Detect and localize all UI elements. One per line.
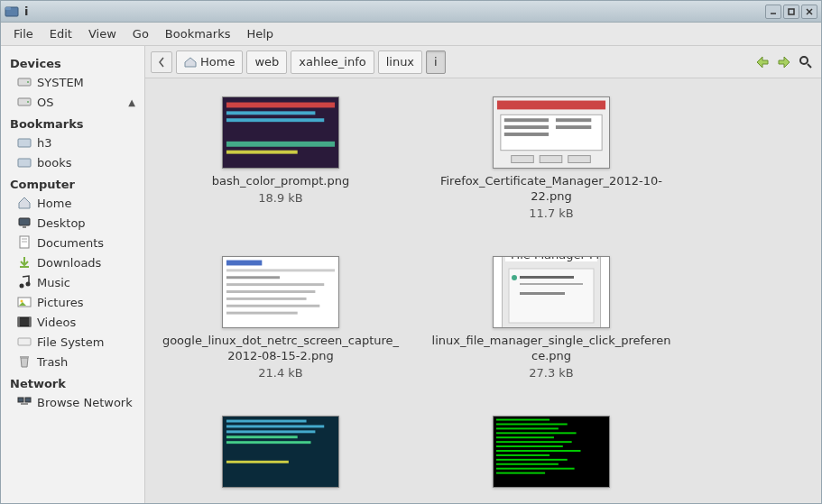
svg-rect-28 [25, 398, 31, 402]
svg-rect-81 [496, 450, 581, 452]
svg-rect-13 [23, 226, 26, 228]
sidebar-item-label: h3 [37, 136, 52, 150]
window-title: i [24, 5, 765, 18]
svg-rect-77 [496, 432, 577, 434]
eject-icon[interactable]: ▲ [128, 97, 135, 107]
thumbnail [493, 416, 610, 488]
menu-edit[interactable]: Edit [42, 23, 79, 44]
sidebar-item-h3[interactable]: h3 [1, 133, 144, 152]
sidebar-item-books[interactable]: books [1, 152, 144, 172]
maximize-button[interactable] [783, 5, 799, 19]
pictures-icon [17, 295, 32, 309]
file-grid: bash_color_prompt.png 18.9 kB Firefox_Ce… [154, 96, 812, 495]
sidebar-item-os[interactable]: OS ▲ [1, 92, 144, 112]
breadcrumb-home[interactable]: Home [176, 50, 243, 74]
file-item[interactable]: Firefox_Certificate_Manager_2012-10-22.p… [425, 96, 678, 220]
file-size: 27.3 kB [529, 366, 574, 380]
menu-file[interactable]: File [6, 23, 41, 44]
sidebar-item-trash[interactable]: Trash [1, 352, 144, 371]
sidebar-item-filesystem[interactable]: File System [1, 332, 144, 352]
sidebar-item-label: SYSTEM [37, 76, 84, 89]
sidebar-item-label: OS [37, 96, 53, 109]
svg-rect-26 [20, 356, 29, 358]
network-icon [17, 395, 32, 409]
svg-rect-70 [226, 435, 298, 438]
sidebar-item-downloads[interactable]: Downloads [1, 252, 144, 272]
back-button[interactable] [753, 52, 772, 72]
file-view[interactable]: bash_color_prompt.png 18.9 kB Firefox_Ce… [145, 78, 821, 503]
svg-rect-75 [496, 423, 568, 425]
folder-icon [17, 135, 32, 150]
forward-button[interactable] [774, 52, 794, 72]
sidebar-item-videos[interactable]: Videos [1, 312, 144, 332]
sidebar-item-label: Documents [37, 236, 104, 250]
sidebar-item-home[interactable]: Home [1, 193, 144, 213]
svg-rect-1 [5, 7, 11, 10]
svg-rect-37 [226, 151, 298, 154]
svg-rect-64 [520, 283, 583, 285]
breadcrumb-label: web [254, 55, 279, 69]
sidebar-item-pictures[interactable]: Pictures [1, 292, 144, 312]
file-name: Firefox_Certificate_Manager_2012-10-22.p… [429, 174, 673, 205]
breadcrumb-web[interactable]: web [246, 50, 287, 74]
sidebar-item-label: Desktop [37, 216, 86, 230]
sidebar-item-system[interactable]: SYSTEM [1, 72, 144, 92]
sidebar-item-documents[interactable]: Documents [1, 233, 144, 252]
downloads-icon [17, 255, 32, 270]
menu-bookmarks[interactable]: Bookmarks [158, 23, 238, 44]
svg-rect-41 [504, 118, 549, 122]
search-button[interactable] [796, 52, 816, 72]
file-item[interactable]: google_linux_dot_netrc_screen_capture_20… [154, 256, 407, 380]
svg-rect-53 [226, 283, 324, 286]
svg-rect-84 [496, 463, 559, 464]
breadcrumb-linux[interactable]: linux [378, 50, 422, 74]
svg-rect-27 [18, 398, 23, 402]
file-size: 11.7 kB [529, 206, 574, 220]
sidebar-item-label: Downloads [37, 256, 101, 270]
file-item[interactable] [425, 416, 678, 495]
sidebar-item-desktop[interactable]: Desktop [1, 213, 144, 233]
titlebar: i [1, 1, 821, 23]
svg-point-30 [800, 57, 808, 64]
svg-point-18 [20, 284, 24, 289]
svg-rect-68 [226, 425, 324, 427]
svg-rect-24 [29, 317, 31, 326]
drive-icon [17, 95, 32, 109]
svg-rect-76 [496, 427, 559, 429]
sidebar-item-label: books [37, 156, 71, 170]
file-item[interactable]: bash_color_prompt.png 18.9 kB [154, 96, 407, 220]
sidebar: Devices SYSTEM OS ▲ Bookmarks h3 books C… [1, 46, 145, 503]
drive-icon [17, 75, 32, 89]
svg-text:File Manager Preferences: File Manager Preferences [511, 256, 601, 261]
svg-rect-46 [512, 156, 534, 163]
path-back-button[interactable] [151, 51, 172, 73]
desktop-icon [17, 215, 32, 230]
minimize-button[interactable] [765, 5, 781, 19]
breadcrumb-xahleeinfo[interactable]: xahlee_info [291, 50, 374, 74]
videos-icon [17, 315, 32, 329]
music-icon [17, 275, 32, 289]
menu-go[interactable]: Go [125, 23, 156, 44]
sidebar-item-music[interactable]: Music [1, 272, 144, 292]
sidebar-item-label: Trash [37, 355, 68, 369]
menu-view[interactable]: View [81, 23, 124, 44]
svg-rect-10 [18, 139, 31, 147]
section-bookmarks: Bookmarks [1, 112, 144, 133]
svg-rect-39 [497, 101, 605, 110]
svg-rect-83 [496, 458, 568, 460]
thumbnail [222, 416, 339, 488]
sidebar-item-browse-network[interactable]: Browse Network [1, 392, 144, 412]
sidebar-item-label: Browse Network [37, 396, 133, 409]
pathbar: Home web xahlee_info linux i [145, 46, 821, 78]
svg-rect-36 [226, 142, 335, 147]
svg-line-31 [808, 64, 811, 68]
file-item[interactable] [154, 416, 407, 495]
svg-rect-45 [504, 133, 549, 136]
file-item[interactable]: File Manager Preferences linux_file_mana… [425, 256, 678, 380]
breadcrumb-i[interactable]: i [426, 50, 446, 74]
svg-rect-78 [496, 436, 554, 438]
svg-rect-74 [496, 418, 550, 420]
menu-help[interactable]: Help [239, 23, 281, 44]
close-button[interactable] [801, 5, 817, 19]
svg-rect-11 [18, 159, 31, 167]
